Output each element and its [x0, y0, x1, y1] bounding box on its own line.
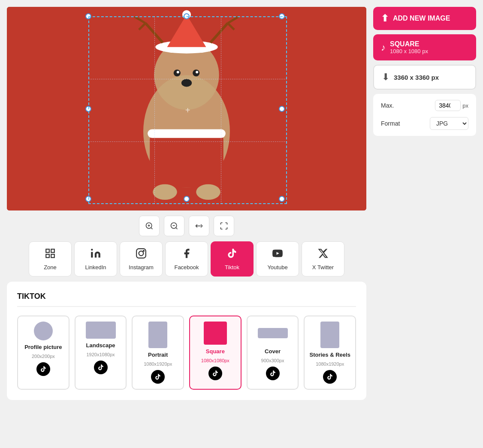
profile-name: Profile picture	[24, 344, 62, 350]
max-label: Max.	[381, 102, 394, 109]
image-canvas: +	[7, 7, 366, 210]
svg-rect-32	[91, 252, 93, 257]
fullscreen-button[interactable]	[214, 216, 234, 236]
zoom-out-button[interactable]	[164, 216, 184, 236]
tiktok-section-title: TIKTOK	[17, 292, 356, 307]
svg-rect-30	[46, 254, 49, 258]
portrait-size: 1080x1920px	[144, 361, 172, 367]
stories-name: Stories & Reels	[310, 352, 350, 358]
large-size-label: 3360 x 3360 px	[394, 74, 439, 81]
format-card-cover[interactable]: Cover 900x300px	[247, 316, 299, 390]
square-size-card[interactable]: ♪ SQUARE 1080 x 1080 px	[373, 34, 476, 60]
landscape-logo	[94, 361, 108, 374]
profile-size: 200x200px	[32, 354, 55, 359]
svg-point-19	[153, 184, 177, 200]
landscape-thumb	[86, 322, 116, 339]
max-unit: px	[462, 102, 468, 109]
expand-icon	[220, 222, 228, 230]
tiktok-icon	[226, 248, 238, 262]
landscape-name: Landscape	[86, 342, 115, 349]
cover-thumb	[258, 328, 288, 338]
portrait-thumb	[148, 322, 167, 348]
svg-rect-18	[148, 129, 226, 138]
format-setting-row: Format JPG PNG WEBP	[381, 117, 468, 130]
stories-logo	[323, 370, 337, 384]
square-logo	[208, 367, 222, 380]
flip-button[interactable]	[189, 216, 209, 236]
add-btn-label: ADD NEW IMAGE	[393, 15, 450, 22]
tiktok-card-icon: ♪	[381, 42, 386, 53]
tab-linkedin-label: LinkedIn	[85, 264, 106, 271]
toolbar	[7, 216, 366, 236]
format-card-stories[interactable]: Stories & Reels 1080x1920px	[304, 316, 356, 390]
square-size: 1080x1080px	[201, 358, 229, 363]
svg-point-33	[91, 249, 93, 250]
svg-rect-28	[46, 249, 49, 253]
linkedin-icon	[90, 248, 101, 262]
svg-point-20	[196, 184, 220, 200]
tab-facebook-label: Facebook	[174, 264, 199, 271]
stories-size: 1080x1920px	[316, 361, 344, 367]
square-name: Square	[206, 348, 225, 355]
format-label: Format	[381, 120, 400, 127]
size-card-title: SQUARE	[390, 40, 428, 48]
svg-rect-29	[51, 249, 54, 253]
svg-point-36	[143, 250, 144, 251]
xtwitter-icon	[317, 248, 329, 262]
max-value-input[interactable]	[435, 100, 461, 111]
tab-linkedin[interactable]: LinkedIn	[74, 241, 117, 277]
portrait-name: Portrait	[148, 352, 168, 358]
instagram-icon	[136, 248, 147, 262]
social-tabs: Zone LinkedIn Instagram	[7, 241, 366, 277]
profile-logo	[36, 362, 50, 376]
youtube-icon	[272, 248, 283, 262]
zone-icon	[45, 248, 56, 262]
size-card-info: SQUARE 1080 x 1080 px	[390, 40, 428, 54]
settings-panel: Max. px Format JPG PNG WEBP	[373, 94, 476, 136]
tab-tiktok[interactable]: Tiktok	[211, 241, 254, 277]
tab-zone[interactable]: Zone	[29, 241, 72, 277]
zoom-in-button[interactable]	[139, 216, 160, 236]
zoom-out-icon	[170, 222, 178, 230]
square-thumb	[204, 322, 227, 345]
cover-name: Cover	[265, 348, 281, 355]
tab-facebook[interactable]: Facebook	[165, 241, 208, 277]
add-new-image-button[interactable]: ⬆ ADD NEW IMAGE	[373, 7, 476, 30]
tab-tiktok-label: Tiktok	[225, 264, 239, 271]
portrait-logo	[151, 370, 165, 384]
format-card-landscape[interactable]: Landscape 1920x1080px	[75, 316, 127, 390]
stories-thumb	[320, 322, 339, 348]
format-card-square[interactable]: Square 1080x1080px	[189, 316, 242, 390]
format-select-group: JPG PNG WEBP	[430, 117, 468, 130]
tab-youtube-label: Youtube	[267, 264, 287, 271]
large-size-card[interactable]: ⬇ 3360 x 3360 px	[373, 65, 476, 90]
svg-point-14	[177, 71, 179, 73]
svg-point-15	[196, 71, 198, 73]
size-card-subtitle: 1080 x 1080 px	[390, 48, 428, 54]
svg-point-35	[139, 251, 144, 256]
format-select[interactable]: JPG PNG WEBP	[430, 117, 468, 130]
tab-youtube[interactable]: Youtube	[256, 241, 299, 277]
dog-image	[7, 7, 366, 210]
svg-rect-31	[51, 254, 54, 258]
flip-icon	[195, 222, 203, 230]
tab-xtwitter-label: X Twitter	[312, 264, 334, 271]
max-input-group: px	[435, 100, 468, 111]
cover-logo	[266, 367, 280, 380]
tab-instagram[interactable]: Instagram	[120, 241, 163, 277]
download-card-icon: ⬇	[382, 72, 389, 83]
tab-xtwitter[interactable]: X Twitter	[302, 241, 344, 277]
landscape-size: 1920x1080px	[86, 352, 115, 357]
svg-rect-34	[136, 249, 146, 258]
format-card-profile[interactable]: Profile picture 200x200px	[17, 316, 69, 390]
svg-line-22	[151, 228, 153, 229]
svg-point-16	[181, 79, 192, 87]
format-card-portrait[interactable]: Portrait 1080x1920px	[132, 316, 184, 390]
format-grid: Profile picture 200x200px Landscape 1920…	[17, 316, 356, 390]
svg-point-5	[182, 10, 191, 19]
tiktok-section: TIKTOK Profile picture 200x200px Landsca…	[7, 282, 366, 400]
facebook-icon	[181, 248, 192, 262]
profile-thumb	[34, 322, 53, 340]
svg-rect-17	[150, 132, 223, 188]
cover-size: 900x300px	[261, 358, 284, 363]
